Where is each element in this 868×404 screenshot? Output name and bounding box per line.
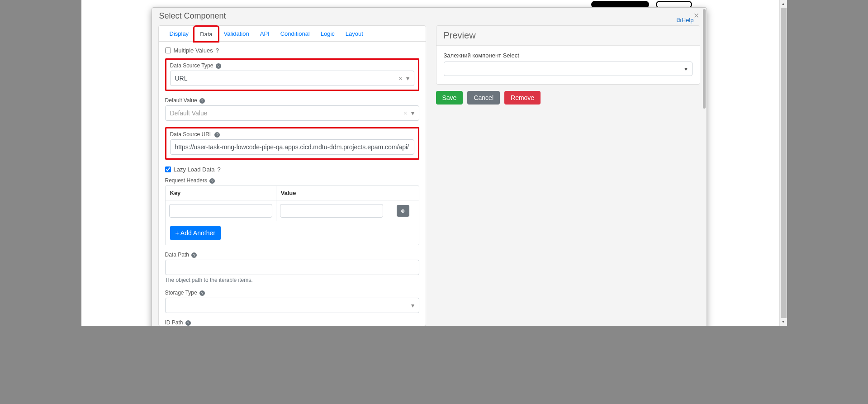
request-headers-group: Request Headers ? Key Value (165, 177, 419, 245)
page-scrollbar-thumb[interactable] (781, 8, 787, 318)
data-source-url-input[interactable] (170, 139, 414, 155)
help-tooltip-icon[interactable]: ? (216, 47, 219, 54)
help-tooltip-icon[interactable]: ? (218, 166, 221, 173)
preview-card: Preview Залежний компонент Select ▾ (436, 25, 700, 85)
lazy-load-row: Lazy Load Data ? (165, 166, 419, 173)
request-headers-table: Key Value ⊗ + (165, 185, 419, 245)
preview-header: Preview (436, 26, 700, 46)
preview-select[interactable]: ▾ (444, 62, 693, 76)
save-button[interactable]: Save (436, 91, 463, 105)
tab-logic[interactable]: Logic (315, 26, 340, 42)
tab-data[interactable]: Data (194, 26, 218, 42)
help-link[interactable]: ⧉Help (677, 17, 694, 24)
scroll-up-icon[interactable]: ▲ (780, 0, 787, 8)
col-key: Key (166, 186, 276, 200)
default-value-placeholder: Default Value (170, 109, 208, 117)
remove-button[interactable]: Remove (504, 91, 541, 105)
data-path-helper: The object path to the iterable items. (165, 277, 419, 283)
header-value-input[interactable] (280, 204, 383, 218)
lazy-load-label: Lazy Load Data (174, 166, 215, 173)
help-tooltip-icon[interactable]: ? (191, 252, 197, 258)
modal-scrollbar-thumb[interactable] (703, 9, 706, 109)
close-icon[interactable]: × (694, 10, 699, 21)
data-source-type-label: Data Source Type ? (170, 62, 414, 69)
request-headers-label: Request Headers ? (165, 177, 419, 184)
data-source-type-group: Data Source Type ? URL × ▾ (165, 58, 419, 91)
data-source-url-group: Data Source URL ? (165, 127, 419, 160)
storage-type-group: Storage Type ? ▾ (165, 290, 419, 313)
multiple-values-checkbox[interactable] (165, 48, 171, 53)
chevron-down-icon: ▾ (411, 302, 414, 309)
page-scrollbar[interactable]: ▲ ▼ (779, 0, 787, 326)
form-area[interactable]: Multiple Values ? Data Source Type ? URL… (159, 42, 426, 326)
help-label: Help (682, 17, 694, 24)
tab-validation[interactable]: Validation (218, 26, 255, 42)
help-tooltip-icon[interactable]: ? (216, 63, 221, 69)
data-source-type-select[interactable]: URL × ▾ (170, 71, 414, 86)
lazy-load-checkbox[interactable] (165, 166, 171, 172)
multiple-values-label: Multiple Values (174, 47, 213, 54)
scroll-down-icon[interactable]: ▼ (780, 318, 787, 326)
plus-icon: + (175, 229, 179, 237)
component-settings-modal: Select Component ⧉Help × Display Data Va… (152, 7, 707, 326)
chevron-down-icon: ▾ (684, 65, 688, 72)
table-header: Key Value (166, 186, 419, 200)
preview-body: Залежний компонент Select ▾ (436, 46, 700, 84)
help-tooltip-icon[interactable]: ? (214, 132, 220, 138)
table-footer: + Add Another (166, 221, 419, 245)
col-value: Value (276, 186, 387, 200)
id-path-group: ID Path ? (165, 319, 419, 326)
chevron-down-icon: ▾ (411, 109, 414, 117)
preview-field-label: Залежний компонент Select (444, 52, 693, 59)
data-path-group: Data Path ? The object path to the itera… (165, 252, 419, 283)
tabs: Display Data Validation API Conditional … (159, 26, 426, 42)
multiple-values-row: Multiple Values ? (165, 47, 419, 54)
data-source-type-value: URL (175, 75, 188, 82)
col-actions (387, 186, 419, 200)
cancel-button[interactable]: Cancel (467, 91, 500, 105)
add-another-button[interactable]: + Add Another (170, 226, 221, 240)
app-viewport: Select Component ⧉Help × Display Data Va… (81, 0, 787, 326)
header-key-input[interactable] (169, 204, 272, 218)
tab-display[interactable]: Display (164, 26, 194, 42)
modal-body: Display Data Validation API Conditional … (152, 25, 707, 326)
chevron-down-icon: ▾ (406, 75, 409, 82)
preview-pane: Preview Залежний компонент Select ▾ Save… (436, 25, 700, 326)
settings-pane: Display Data Validation API Conditional … (158, 25, 426, 326)
delete-row-button[interactable]: ⊗ (397, 205, 409, 217)
data-source-url-label: Data Source URL ? (170, 131, 414, 138)
help-tooltip-icon[interactable]: ? (199, 290, 205, 296)
default-value-group: Default Value ? Default Value × ▾ (165, 97, 419, 121)
data-path-label: Data Path ? (165, 252, 419, 258)
modal-title: Select Component (159, 11, 699, 21)
modal-scrollbar[interactable] (702, 8, 707, 326)
modal-header: Select Component ⧉Help × (152, 8, 707, 25)
action-buttons: Save Cancel Remove (436, 91, 700, 105)
clear-icon[interactable]: × (398, 75, 402, 82)
id-path-label: ID Path ? (165, 319, 419, 326)
tab-api[interactable]: API (255, 26, 275, 42)
default-value-select[interactable]: Default Value × ▾ (165, 105, 419, 121)
tab-layout[interactable]: Layout (340, 26, 369, 42)
help-tooltip-icon[interactable]: ? (199, 98, 205, 104)
help-icon: ⧉ (677, 17, 681, 24)
help-tooltip-icon[interactable]: ? (209, 178, 215, 184)
data-path-input[interactable] (165, 260, 419, 275)
tab-conditional[interactable]: Conditional (275, 26, 315, 42)
table-row: ⊗ (166, 200, 419, 221)
storage-type-select[interactable]: ▾ (165, 298, 419, 313)
storage-type-label: Storage Type ? (165, 290, 419, 296)
default-value-label: Default Value ? (165, 97, 419, 104)
preview-title: Preview (444, 30, 693, 41)
clear-icon: × (403, 109, 407, 117)
help-tooltip-icon[interactable]: ? (185, 320, 191, 326)
add-another-label: Add Another (180, 229, 215, 237)
delete-icon: ⊗ (401, 208, 405, 214)
